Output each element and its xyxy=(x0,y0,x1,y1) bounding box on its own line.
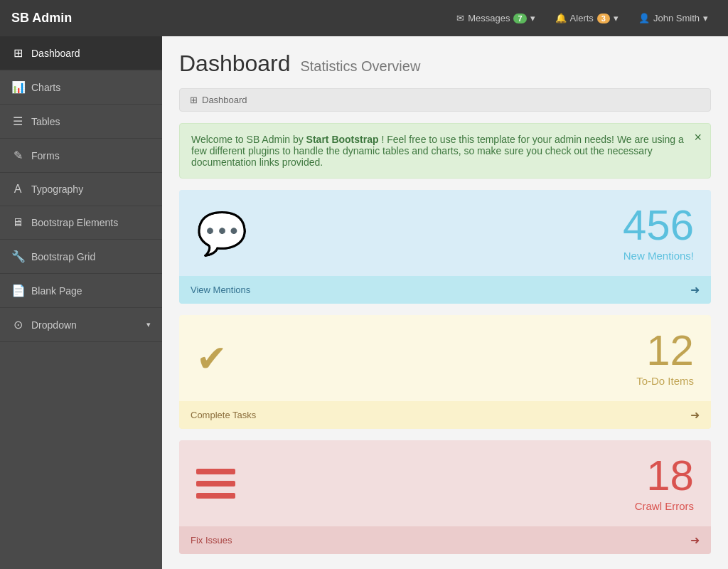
typography-icon: A xyxy=(11,183,24,196)
view-mentions-arrow-icon: ➜ xyxy=(690,283,700,297)
envelope-icon: ✉ xyxy=(456,13,464,23)
sidebar: ⊞ Dashboard 📊 Charts ☰ Tables ✎ Forms A … xyxy=(0,36,162,569)
sidebar-label-forms: Forms xyxy=(31,150,60,161)
tasks-card-body: ✔ 12 To-Do Items xyxy=(179,315,711,401)
forms-icon: ✎ xyxy=(11,149,24,162)
breadcrumb-icon: ⊞ xyxy=(190,95,198,105)
dropdown-chevron-icon: ▾ xyxy=(146,320,151,329)
breadcrumb-text: Dashboard xyxy=(202,95,247,105)
sidebar-label-bootstrap-elements: Bootstrap Elements xyxy=(31,217,118,228)
navbar-right: ✉ Messages 7 ▾ 🔔 Alerts 3 ▾ 👤 John Smith… xyxy=(448,7,717,29)
sidebar-label-dashboard: Dashboard xyxy=(31,48,80,59)
welcome-alert: × Welcome to SB Admin by Start Bootstrap… xyxy=(179,123,711,179)
messages-badge: 7 xyxy=(513,14,526,23)
sidebar-label-blank-page: Blank Page xyxy=(31,285,82,297)
chat-icon: 💬 xyxy=(196,210,247,256)
list-bar-3 xyxy=(196,493,235,499)
user-icon: 👤 xyxy=(638,13,650,23)
view-mentions-text: View Mentions xyxy=(191,284,250,295)
tasks-card: ✔ 12 To-Do Items Complete Tasks ➜ xyxy=(179,315,711,429)
tables-icon: ☰ xyxy=(11,115,24,128)
alert-text-before: Welcome to SB Admin by xyxy=(191,134,306,145)
fix-issues-link[interactable]: Fix Issues ➜ xyxy=(179,526,711,554)
messages-label: Messages xyxy=(468,13,510,23)
sidebar-item-charts[interactable]: 📊 Charts xyxy=(0,70,162,105)
alert-bold-text: Start Bootstrap xyxy=(306,134,379,145)
alerts-button[interactable]: 🔔 Alerts 3 ▾ xyxy=(547,7,627,29)
mentions-card-numbers: 456 New Mentions! xyxy=(623,204,694,262)
page-title: Dashboard xyxy=(179,50,291,76)
sidebar-item-bootstrap-elements[interactable]: 🖥 Bootstrap Elements xyxy=(0,206,162,240)
fix-issues-arrow-icon: ➜ xyxy=(690,533,700,547)
view-mentions-link[interactable]: View Mentions ➜ xyxy=(179,276,711,304)
blank-page-icon: 📄 xyxy=(11,284,24,297)
mentions-card: 💬 456 New Mentions! View Mentions ➜ xyxy=(179,190,711,304)
bell-icon: 🔔 xyxy=(555,13,567,23)
navbar: SB Admin ✉ Messages 7 ▾ 🔔 Alerts 3 ▾ 👤 J… xyxy=(0,0,728,36)
complete-tasks-arrow-icon: ➜ xyxy=(690,408,700,422)
app-title[interactable]: SB Admin xyxy=(11,11,72,26)
dropdown-icon: ⊙ xyxy=(11,318,24,331)
user-name: John Smith xyxy=(653,13,700,23)
dashboard-icon: ⊞ xyxy=(11,46,24,60)
errors-card-numbers: 18 Crawl Errors xyxy=(635,454,694,512)
mentions-card-icon: 💬 xyxy=(196,209,623,257)
bootstrap-grid-icon: 🔧 xyxy=(11,250,24,263)
list-icon xyxy=(196,467,635,500)
sidebar-label-typography: Typography xyxy=(31,184,83,195)
sidebar-item-forms[interactable]: ✎ Forms xyxy=(0,139,162,173)
messages-button[interactable]: ✉ Messages 7 ▾ xyxy=(448,7,543,29)
messages-chevron-icon: ▾ xyxy=(530,13,535,23)
sidebar-item-dropdown[interactable]: ⊙ Dropdown ▾ xyxy=(0,308,162,342)
errors-card-body: 18 Crawl Errors xyxy=(179,440,711,526)
tasks-number: 12 xyxy=(636,329,694,372)
main-content: Dashboard Statistics Overview ⊞ Dashboar… xyxy=(162,36,728,569)
alerts-chevron-icon: ▾ xyxy=(614,13,619,23)
charts-icon: 📊 xyxy=(11,80,24,94)
page-subtitle: Statistics Overview xyxy=(300,58,420,74)
user-menu-button[interactable]: 👤 John Smith ▾ xyxy=(630,7,717,29)
sidebar-item-dashboard[interactable]: ⊞ Dashboard xyxy=(0,36,162,70)
page-header: Dashboard Statistics Overview xyxy=(179,50,711,77)
errors-card: 18 Crawl Errors Fix Issues ➜ xyxy=(179,440,711,554)
mentions-number: 456 xyxy=(623,204,694,247)
alert-close-button[interactable]: × xyxy=(694,131,702,144)
sidebar-label-charts: Charts xyxy=(31,82,60,93)
main-wrapper: ⊞ Dashboard 📊 Charts ☰ Tables ✎ Forms A … xyxy=(0,36,728,569)
alerts-badge: 3 xyxy=(597,14,610,23)
tasks-label: To-Do Items xyxy=(636,375,694,387)
sidebar-label-bootstrap-grid: Bootstrap Grid xyxy=(31,251,95,262)
errors-card-icon xyxy=(196,467,635,500)
tasks-card-numbers: 12 To-Do Items xyxy=(636,329,694,387)
mentions-card-body: 💬 456 New Mentions! xyxy=(179,190,711,276)
sidebar-item-bootstrap-grid[interactable]: 🔧 Bootstrap Grid xyxy=(0,240,162,274)
bootstrap-elements-icon: 🖥 xyxy=(11,216,24,229)
list-bar-2 xyxy=(196,481,235,486)
mentions-label: New Mentions! xyxy=(623,250,694,262)
check-icon: ✔ xyxy=(196,338,228,379)
breadcrumb: ⊞ Dashboard xyxy=(179,88,711,112)
complete-tasks-text: Complete Tasks xyxy=(191,410,256,420)
sidebar-label-dropdown: Dropdown xyxy=(31,319,77,331)
alerts-label: Alerts xyxy=(570,13,594,23)
errors-number: 18 xyxy=(635,454,694,497)
list-bar-1 xyxy=(196,469,235,474)
fix-issues-text: Fix Issues xyxy=(191,535,232,546)
sidebar-item-blank-page[interactable]: 📄 Blank Page xyxy=(0,274,162,308)
sidebar-item-tables[interactable]: ☰ Tables xyxy=(0,105,162,139)
errors-label: Crawl Errors xyxy=(635,500,694,512)
tasks-card-icon: ✔ xyxy=(196,337,636,380)
sidebar-item-typography[interactable]: A Typography xyxy=(0,173,162,206)
user-chevron-icon: ▾ xyxy=(703,13,708,23)
complete-tasks-link[interactable]: Complete Tasks ➜ xyxy=(179,401,711,429)
sidebar-label-tables: Tables xyxy=(31,116,60,127)
